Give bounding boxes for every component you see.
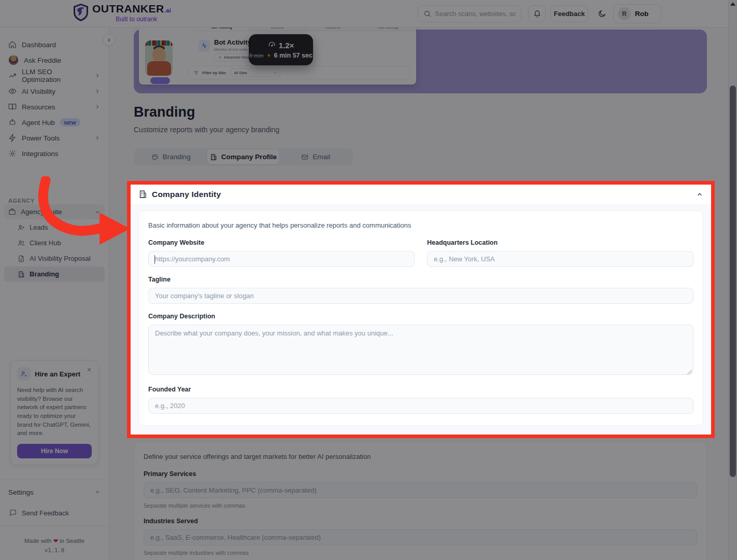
company-identity-body: Basic information about your agency that… (131, 204, 711, 435)
section-description: Basic information about your agency that… (148, 221, 693, 229)
field-label-hq-location: Headquarters Location (427, 239, 693, 246)
company-website-field[interactable] (148, 251, 415, 267)
section-title: Company Identity (152, 190, 221, 199)
chevron-up-icon[interactable] (696, 191, 703, 198)
hq-location-input[interactable] (434, 255, 687, 263)
app-root: OUTRANKER.ai Built to outrank Feedback R (0, 0, 737, 560)
field-label-company-website: Company Website (148, 239, 415, 246)
tagline-field[interactable] (148, 288, 693, 304)
resize-handle[interactable] (687, 370, 692, 374)
field-label-company-description: Company Description (148, 313, 693, 320)
company-description-textarea[interactable] (148, 325, 693, 375)
annotation-arrow-icon (29, 176, 132, 249)
text-caret (154, 255, 155, 264)
tagline-input[interactable] (155, 292, 687, 300)
company-identity-section: Company Identity Basic information about… (127, 181, 715, 438)
field-label-tagline: Tagline (148, 276, 693, 283)
field-label-founded-year: Founded Year (148, 386, 693, 393)
company-identity-header[interactable]: Company Identity (131, 185, 711, 204)
founded-year-input[interactable] (155, 402, 687, 410)
hq-location-field[interactable] (427, 251, 693, 267)
company-website-input[interactable] (155, 255, 408, 263)
founded-year-field[interactable] (148, 398, 693, 414)
building-icon (138, 190, 147, 199)
